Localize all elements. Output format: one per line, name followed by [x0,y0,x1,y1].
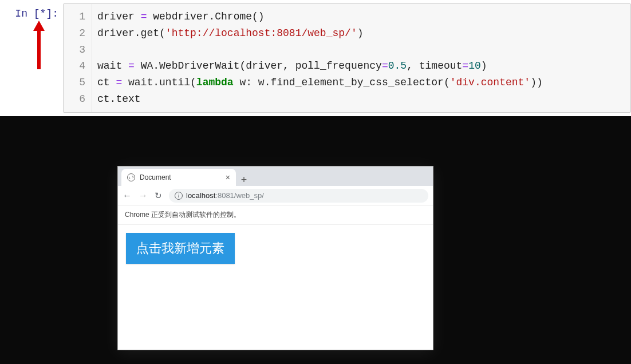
code-text: )) [530,77,543,88]
browser-toolbar: ← → ↻ i localhost:8081/web_sp/ [118,186,433,205]
close-tab-button[interactable]: × [226,173,230,181]
code-text: ct [97,77,116,88]
code-op: = [462,60,468,72]
page-viewport: 点击我新增元素 [118,225,433,272]
code-text: driver [97,11,141,22]
code-editor[interactable]: 1 2 3 4 5 6 driver = webdriver.Chrome() … [63,3,631,113]
cell-prompt: In [*]: [0,3,63,113]
back-button[interactable]: ← [123,191,132,200]
jupyter-input-cell: In [*]: 1 2 3 4 5 6 driver = webdriver.C… [0,0,631,116]
line-number: 5 [69,74,85,91]
add-element-button[interactable]: 点击我新增元素 [126,233,235,264]
code-text: ) [481,60,487,72]
url-host: localhost [186,191,215,200]
prompt-bracket-open: [ [34,8,40,19]
code-number: 10 [468,60,481,72]
prompt-in-text: In [15,8,33,19]
svg-marker-1 [33,21,45,31]
code-text: webdriver.Chrome() [147,11,264,22]
code-text: ct.text [97,93,141,105]
arrow-up-annotation-icon [33,21,45,69]
globe-icon [127,173,135,181]
code-op: = [128,60,135,72]
line-number: 6 [69,91,85,108]
code-text: driver.get( [97,27,165,39]
code-text: WA.WebDriverWait(driver, poll_frequency [135,60,382,72]
chrome-window: Document × + ← → ↻ i localhost:8081/web_… [118,167,433,350]
tab-title: Document [140,173,171,181]
code-text: wait.until( [122,77,196,88]
new-tab-button[interactable]: + [236,174,252,186]
code-op: = [382,60,388,72]
reload-button[interactable]: ↻ [155,191,162,200]
code-op: = [141,11,147,22]
line-number-gutter: 1 2 3 4 5 6 [64,4,91,112]
code-string: 'div.content' [450,77,530,88]
code-keyword: lambda [196,77,234,88]
address-bar[interactable]: i localhost:8081/web_sp/ [169,189,428,203]
site-info-icon[interactable]: i [175,192,183,200]
browser-tab-active[interactable]: Document × [121,169,236,186]
automation-controlled-banner: Chrome 正受到自动测试软件的控制。 [118,205,433,225]
code-op: = [116,77,122,88]
prompt-running-star: * [40,8,46,19]
line-number: 4 [69,58,85,74]
code-number: 0.5 [388,60,407,72]
prompt-bracket-close: ]: [46,8,58,19]
code-text: , timeout [407,60,462,72]
line-number: 1 [69,9,85,25]
forward-button[interactable]: → [139,191,148,200]
code-text: ) [357,27,364,39]
tab-strip: Document × + [118,167,433,186]
code-text: w: w.find_element_by_css_selector( [234,77,450,88]
code-text: wait [97,60,128,72]
line-number: 2 [69,25,85,42]
line-number: 3 [69,42,85,58]
code-string: 'http://localhost:8081/web_sp/' [165,27,357,39]
url-path: :8081/web_sp/ [215,191,264,200]
code-body[interactable]: driver = webdriver.Chrome() driver.get('… [91,4,630,112]
